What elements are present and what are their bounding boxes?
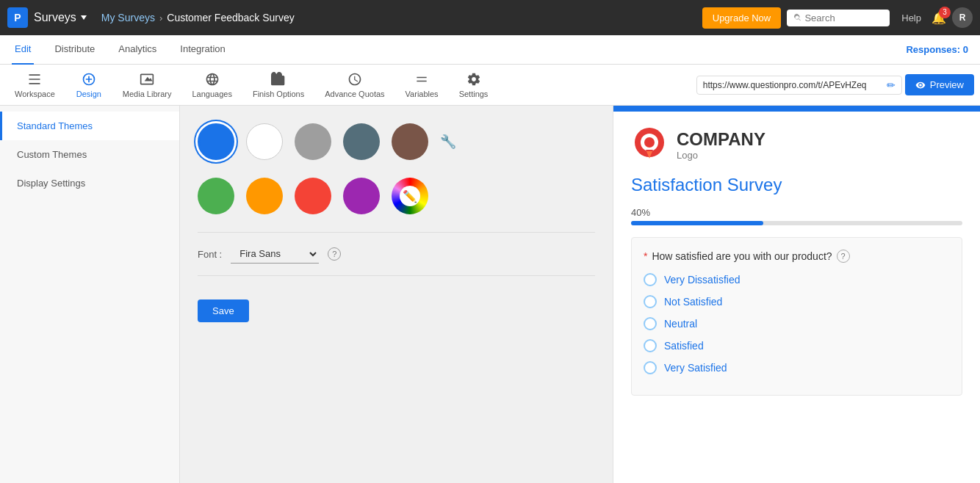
notification-bell[interactable]: 🔔 3	[932, 11, 946, 25]
company-name: COMPANY	[677, 129, 765, 150]
color-red[interactable]	[295, 178, 331, 214]
answer-label-very-satisfied: Very Satisfied	[664, 362, 727, 374]
survey-title: Satisfaction Survey	[631, 175, 962, 195]
breadcrumb: My Surveys › Customer Feedback Survey	[101, 12, 295, 23]
color-blue[interactable]	[198, 123, 234, 160]
color-dark-gray[interactable]	[343, 123, 380, 160]
sidebar-standard-themes[interactable]: Standard Themes	[0, 112, 179, 140]
toolbar: Workspace Design Media Library Languages…	[0, 65, 980, 106]
top-bar: P Surveys My Surveys › Customer Feedback…	[0, 0, 980, 35]
toolbar-settings[interactable]: Settings	[450, 68, 497, 103]
answer-label-satisfied: Satisfied	[664, 340, 704, 352]
nav-distribute[interactable]: Distribute	[51, 35, 98, 65]
answer-very-dissatisfied[interactable]: Very Dissatisfied	[644, 273, 950, 286]
main-area: Standard Themes Custom Themes Display Se…	[0, 106, 980, 483]
company-sub: Logo	[677, 150, 765, 161]
wrench-icon[interactable]: 🔧	[440, 134, 456, 150]
color-green[interactable]	[198, 178, 234, 214]
color-brown[interactable]	[392, 123, 428, 160]
divider	[198, 232, 595, 233]
breadcrumb-current: Customer Feedback Survey	[167, 12, 295, 23]
search-icon	[793, 12, 801, 23]
quotas-icon	[347, 72, 362, 87]
content-panel: 🔧 ✏️ Font : Fira Sans ? Save	[180, 106, 613, 483]
radio-not-satisfied[interactable]	[644, 295, 657, 308]
app-logo[interactable]: P	[7, 7, 28, 28]
breadcrumb-separator: ›	[159, 12, 162, 23]
responses-count: Responses: 0	[906, 44, 968, 55]
company-info: COMPANY Logo	[677, 129, 765, 161]
color-row-1: 🔧	[198, 123, 595, 160]
nav-analytics[interactable]: Analytics	[115, 35, 159, 65]
url-edit-icon[interactable]: ✏	[887, 79, 896, 91]
workspace-icon	[27, 72, 42, 87]
font-help-icon[interactable]: ?	[328, 247, 341, 261]
toolbar-design[interactable]: Design	[67, 68, 111, 103]
sidebar: Standard Themes Custom Themes Display Se…	[0, 106, 180, 483]
app-dropdown-arrow[interactable]	[81, 15, 87, 20]
nav-integration[interactable]: Integration	[177, 35, 228, 65]
finish-icon	[271, 72, 286, 87]
color-rainbow[interactable]: ✏️	[392, 178, 428, 214]
url-bar: ✏	[696, 76, 902, 95]
color-white[interactable]	[246, 123, 283, 160]
divider-2	[198, 275, 595, 276]
question-help-icon[interactable]: ?	[837, 250, 850, 263]
progress-section: 40%	[631, 207, 962, 225]
color-orange[interactable]	[246, 178, 283, 214]
radio-very-satisfied[interactable]	[644, 361, 657, 374]
answer-very-satisfied[interactable]: Very Satisfied	[644, 361, 950, 374]
radio-very-dissatisfied[interactable]	[644, 273, 657, 286]
progress-bar-bg	[631, 221, 962, 225]
preview-button[interactable]: Preview	[905, 74, 974, 95]
toolbar-languages[interactable]: Languages	[183, 68, 240, 103]
upgrade-button[interactable]: Upgrade Now	[702, 7, 782, 29]
media-icon	[140, 72, 154, 87]
answer-label-neutral: Neutral	[664, 318, 697, 330]
color-gray[interactable]	[295, 123, 331, 160]
url-input[interactable]	[703, 80, 884, 90]
sidebar-custom-themes[interactable]: Custom Themes	[0, 140, 179, 169]
toolbar-finish-options[interactable]: Finish Options	[244, 68, 313, 103]
toolbar-variables[interactable]: Variables	[397, 68, 447, 103]
search-input[interactable]	[804, 12, 884, 23]
required-star: *	[644, 250, 647, 262]
toolbar-advance-quotas[interactable]: Advance Quotas	[316, 68, 393, 103]
font-select[interactable]: Fira Sans	[231, 244, 319, 264]
secondary-nav: Edit Distribute Analytics Integration Re…	[0, 35, 980, 65]
toolbar-media-library[interactable]: Media Library	[114, 68, 181, 103]
answer-label-not-satisfied: Not Satisfied	[664, 296, 722, 308]
nav-edit[interactable]: Edit	[12, 35, 34, 65]
notification-area: 🔔 3	[932, 11, 946, 25]
question-text: * How satisfied are you with our product…	[644, 250, 950, 263]
eye-icon	[915, 80, 926, 90]
breadcrumb-my-surveys[interactable]: My Surveys	[101, 12, 155, 23]
toolbar-workspace[interactable]: Workspace	[6, 68, 64, 103]
notification-badge: 3	[939, 7, 951, 18]
company-logo	[631, 126, 668, 163]
design-icon	[82, 72, 96, 87]
progress-percent: 40%	[631, 207, 962, 218]
search-box[interactable]	[787, 10, 890, 26]
save-button[interactable]: Save	[198, 299, 249, 322]
answer-label-very-dissatisfied: Very Dissatisfied	[664, 274, 740, 286]
preview-content: COMPANY Logo Satisfaction Survey 40% * H…	[613, 112, 980, 410]
color-row-2: ✏️	[198, 178, 595, 214]
color-purple[interactable]	[343, 178, 380, 214]
radio-neutral[interactable]	[644, 317, 657, 330]
radio-satisfied[interactable]	[644, 339, 657, 352]
svg-point-2	[644, 137, 655, 148]
avatar[interactable]: R	[952, 7, 973, 28]
variables-icon	[414, 72, 429, 87]
sidebar-display-settings[interactable]: Display Settings	[0, 169, 179, 197]
font-row: Font : Fira Sans ?	[198, 244, 595, 264]
answer-neutral[interactable]: Neutral	[644, 317, 950, 330]
progress-bar-fill	[631, 221, 763, 225]
help-label[interactable]: Help	[901, 12, 921, 23]
preview-panel: COMPANY Logo Satisfaction Survey 40% * H…	[613, 106, 980, 483]
question-section: * How satisfied are you with our product…	[631, 237, 962, 396]
preview-accent-bar	[613, 106, 980, 112]
answer-not-satisfied[interactable]: Not Satisfied	[644, 295, 950, 308]
font-label: Font :	[198, 249, 222, 260]
answer-satisfied[interactable]: Satisfied	[644, 339, 950, 352]
